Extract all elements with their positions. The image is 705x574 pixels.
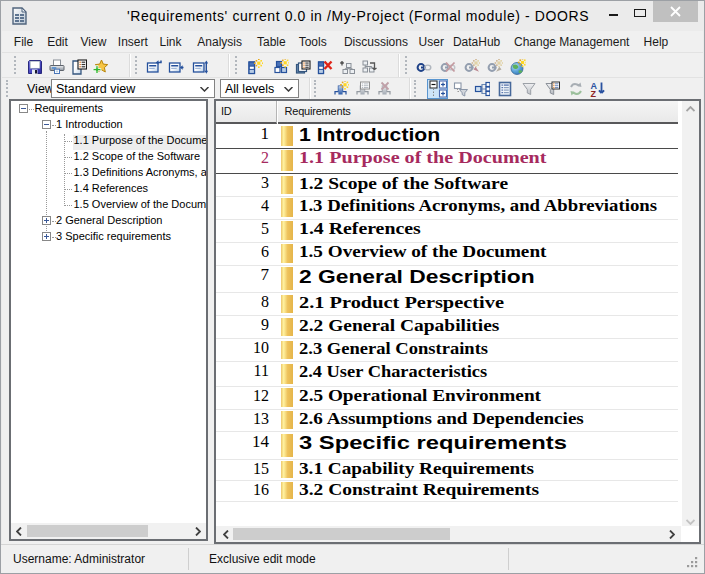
svg-text:Z: Z	[590, 89, 596, 98]
